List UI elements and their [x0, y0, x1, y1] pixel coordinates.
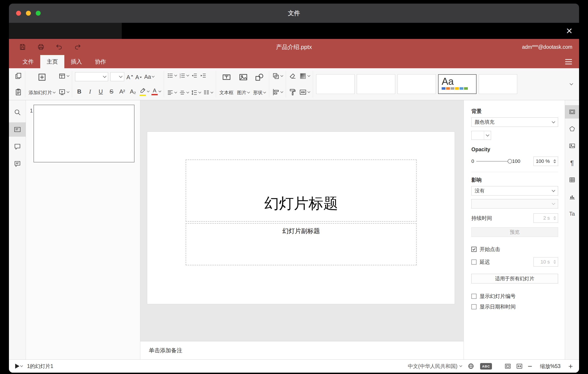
decrease-indent-button[interactable]	[191, 72, 198, 79]
textart-settings-tab[interactable]: Ta	[565, 207, 579, 220]
theme-gallery-expand-button[interactable]	[566, 83, 576, 85]
zoom-in-button[interactable]: +	[568, 362, 573, 370]
add-slide-button[interactable]: 添加幻灯片	[28, 72, 56, 97]
arrange-shape-button[interactable]	[272, 72, 283, 80]
table-icon	[569, 176, 576, 183]
highlight-color-button[interactable]	[139, 87, 149, 96]
theme-swatch	[451, 87, 454, 90]
strikethrough-button[interactable]: S	[107, 88, 116, 95]
horizontal-align-button[interactable]	[167, 89, 177, 96]
theme-option-5[interactable]	[479, 74, 517, 94]
clear-style-button[interactable]	[289, 72, 296, 80]
tab-insert[interactable]: 插入	[64, 55, 88, 68]
subscript-button[interactable]: A₂	[129, 88, 137, 95]
align-shape-button[interactable]	[272, 88, 283, 96]
opacity-slider[interactable]	[476, 159, 510, 164]
redo-button[interactable]	[74, 43, 81, 51]
slide[interactable]: 幻灯片标题 幻灯片副标题	[147, 132, 455, 304]
close-window-button[interactable]	[16, 11, 21, 16]
notes-area[interactable]: 单击添加备注	[140, 341, 463, 360]
slide-subtitle-placeholder[interactable]: 幻灯片副标题	[186, 223, 417, 265]
opacity-slider-knob[interactable]	[508, 159, 512, 164]
stepper-icon[interactable]	[552, 157, 558, 166]
slide-canvas[interactable]: 幻灯片标题 幻灯片副标题	[140, 100, 463, 341]
chevron-down-icon	[247, 91, 250, 93]
theme-option-2[interactable]	[357, 74, 395, 94]
increase-font-size-button[interactable]: A	[126, 74, 133, 80]
stepper-icon[interactable]	[552, 257, 558, 266]
start-slideshow-toolbar-button[interactable]	[58, 88, 69, 96]
search-button[interactable]	[9, 105, 26, 120]
superscript-button[interactable]: A²	[118, 88, 126, 95]
copy-button[interactable]	[14, 72, 22, 80]
fit-to-width-button[interactable]	[516, 363, 523, 370]
show-slide-number-checkbox[interactable]	[471, 294, 476, 299]
chat-button[interactable]	[9, 157, 26, 171]
document-language-button[interactable]	[468, 363, 474, 370]
apply-to-all-slides-button[interactable]: 适用于所有幻灯片	[471, 274, 558, 283]
font-color-button[interactable]: A	[151, 88, 161, 95]
numbered-list-button[interactable]: 123	[179, 72, 189, 79]
theme-option-selected[interactable]: Aa	[438, 74, 476, 94]
delay-input[interactable]: 10 s	[534, 257, 558, 267]
comments-button[interactable]	[9, 140, 26, 154]
decrease-font-size-button[interactable]: A	[135, 74, 142, 80]
menu-hamburger-button[interactable]	[565, 59, 572, 64]
slides-panel-button[interactable]	[9, 122, 26, 137]
minimize-window-button[interactable]	[26, 11, 31, 16]
font-name-combobox[interactable]	[75, 72, 108, 81]
underline-button[interactable]: U	[96, 88, 105, 95]
fit-to-slide-button[interactable]	[504, 363, 511, 370]
theme-option-3[interactable]	[398, 74, 436, 94]
font-size-combobox[interactable]	[110, 72, 124, 81]
print-button[interactable]	[37, 43, 45, 51]
background-fill-select[interactable]: 颜色填充	[471, 117, 558, 127]
increase-indent-button[interactable]	[200, 72, 207, 79]
tab-home[interactable]: 主页	[40, 55, 64, 68]
save-button[interactable]	[19, 43, 26, 51]
chart-settings-tab[interactable]	[565, 190, 579, 204]
bullet-list-button[interactable]	[167, 72, 177, 79]
background-color-picker[interactable]	[471, 131, 491, 140]
close-dialog-button[interactable]: ×	[566, 25, 572, 36]
change-case-button[interactable]: Aa	[144, 74, 154, 80]
image-settings-tab[interactable]	[565, 139, 579, 153]
insert-textbox-button[interactable]: 文本框	[219, 72, 234, 97]
insert-image-button[interactable]: 图片	[237, 72, 250, 97]
opacity-input[interactable]: 100 %	[534, 157, 558, 166]
shade-fill-button[interactable]	[299, 72, 310, 80]
insert-shape-button[interactable]: 形状	[253, 72, 266, 97]
start-on-click-checkbox[interactable]	[471, 247, 476, 252]
zoom-out-button[interactable]: −	[528, 362, 532, 370]
stepper-icon[interactable]	[552, 214, 558, 222]
paragraph-settings-tab[interactable]: ¶	[565, 156, 579, 170]
slide-layout-button[interactable]	[58, 72, 69, 80]
paste-button[interactable]	[14, 88, 22, 96]
duration-input[interactable]: 2 s	[534, 213, 558, 223]
shape-settings-tab[interactable]	[565, 122, 579, 136]
effect-variant-select[interactable]	[471, 199, 558, 209]
slide-size-button[interactable]	[299, 88, 310, 96]
effect-select[interactable]: 没有	[471, 186, 558, 196]
slide-title-placeholder[interactable]: 幻灯片标题	[186, 159, 417, 222]
spellcheck-button[interactable]: ABC	[480, 363, 492, 370]
show-datetime-checkbox[interactable]	[471, 304, 476, 309]
italic-button[interactable]: I	[86, 88, 94, 95]
copy-style-button[interactable]	[289, 88, 296, 96]
delay-checkbox[interactable]	[471, 259, 476, 265]
columns-button[interactable]	[203, 89, 213, 96]
theme-option-1[interactable]	[316, 74, 355, 94]
zoom-window-button[interactable]	[36, 11, 41, 16]
table-settings-tab[interactable]	[565, 173, 579, 187]
tab-file[interactable]: 文件	[16, 55, 40, 68]
undo-button[interactable]	[55, 43, 63, 51]
language-selector[interactable]: 中文(中华人民共和国)	[408, 363, 462, 370]
vertical-align-button[interactable]	[179, 89, 189, 96]
slide-thumbnail[interactable]	[33, 105, 135, 162]
tab-collaboration[interactable]: 协作	[88, 55, 113, 68]
bold-button[interactable]: B	[75, 88, 84, 95]
start-slideshow-button[interactable]	[15, 364, 22, 369]
slide-settings-tab[interactable]	[565, 105, 579, 119]
preview-button[interactable]: 预览	[471, 227, 558, 237]
line-spacing-button[interactable]	[191, 89, 201, 96]
